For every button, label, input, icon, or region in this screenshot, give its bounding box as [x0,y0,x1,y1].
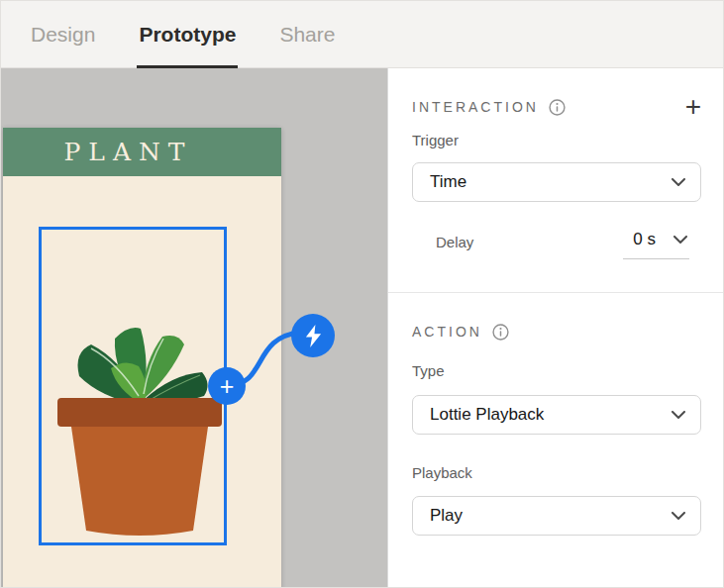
delay-value: 0 s [633,230,656,249]
plus-icon: + [220,374,235,399]
tab-design-label: Design [31,23,95,47]
info-icon[interactable] [492,324,509,341]
tab-share-label: Share [279,23,335,47]
add-interaction-button[interactable]: + [685,97,701,117]
tab-prototype-label: Prototype [139,23,236,47]
trigger-label: Trigger [412,132,701,148]
chevron-down-icon [673,236,687,244]
playback-dropdown[interactable]: Play [412,496,701,536]
type-label: Type [412,362,701,379]
top-tab-bar: Design Prototype Share [1,1,723,68]
chevron-down-icon [672,512,685,520]
inspector-panel: INTERACTION + Trigger Time Delay 0 s [387,68,723,587]
connection-plus-handle[interactable]: + [208,367,246,405]
delay-row: Delay 0 s [412,230,701,259]
playback-value: Play [430,506,463,526]
interaction-section-title: INTERACTION [412,99,539,115]
app-window: Design Prototype Share PLANT [0,0,724,588]
tab-design[interactable]: Design [31,1,95,67]
action-section-title: ACTION [412,324,482,340]
selection-box[interactable] [39,227,227,545]
interaction-lightning-badge[interactable] [291,314,335,357]
info-icon[interactable] [549,99,566,116]
action-type-value: Lottie Playback [430,405,544,425]
delay-label: Delay [436,234,473,259]
tab-share[interactable]: Share [279,1,335,67]
trigger-dropdown[interactable]: Time [412,162,701,202]
chevron-down-icon [672,411,685,419]
interaction-section-header: INTERACTION + [412,96,701,118]
delay-stepper[interactable]: 0 s [623,230,689,259]
canvas-area[interactable]: PLANT [1,68,387,587]
artboard-header: PLANT [3,128,281,176]
lightning-icon [304,324,323,348]
artboard-title: PLANT [55,138,192,166]
playback-label: Playback [412,464,701,481]
action-type-dropdown[interactable]: Lottie Playback [412,395,701,435]
tab-prototype[interactable]: Prototype [139,1,236,67]
trigger-value: Time [430,172,466,192]
section-divider [388,292,723,293]
chevron-down-icon [672,178,685,186]
action-section-header: ACTION [412,321,701,343]
